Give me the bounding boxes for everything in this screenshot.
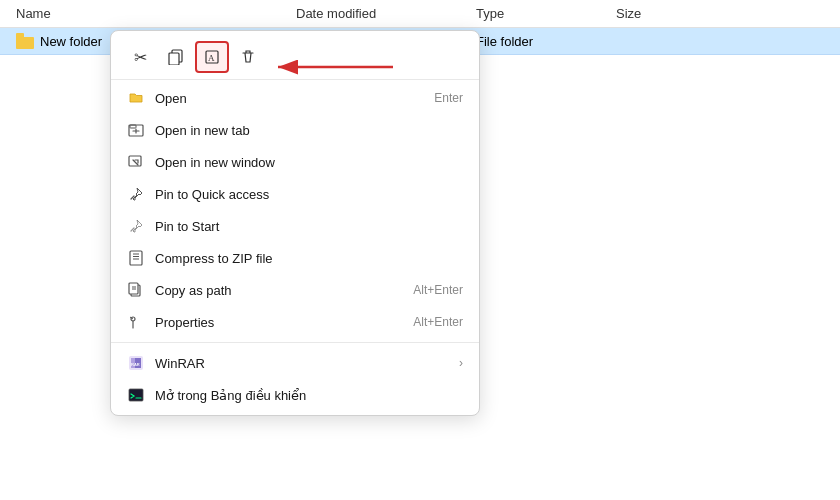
cm-label-terminal: Mở trong Bảng điều khiển [155,388,463,403]
svg-rect-1 [169,53,179,65]
file-name: New folder [40,34,102,49]
cm-item-copy-path[interactable]: Copy as path Alt+Enter [111,274,479,306]
context-menu: ✂ A [110,30,480,416]
cut-button[interactable]: ✂ [123,41,157,73]
cm-item-new-window[interactable]: Open in new window [111,146,479,178]
cm-item-winrar[interactable]: RAR WinRAR › [111,347,479,379]
cm-item-properties[interactable]: Properties Alt+Enter [111,306,479,338]
open-icon [127,89,145,107]
cm-item-pin-quick[interactable]: Pin to Quick access [111,178,479,210]
copy-path-icon [127,281,145,299]
cm-shortcut-properties: Alt+Enter [413,315,463,329]
cm-label-new-tab: Open in new tab [155,123,463,138]
col-header-date: Date modified [296,6,476,21]
cm-arrow-winrar: › [459,356,463,370]
table-header: Name Date modified Type Size [0,0,840,28]
cm-label-winrar: WinRAR [155,356,449,371]
pin-start-icon [127,217,145,235]
terminal-icon [127,386,145,404]
file-type: File folder [476,34,616,49]
new-window-icon [127,153,145,171]
properties-icon [127,313,145,331]
svg-text:RAR: RAR [131,362,140,367]
cm-shortcut-copy-path: Alt+Enter [413,283,463,297]
svg-rect-6 [129,156,141,166]
cm-item-open[interactable]: Open Enter [111,82,479,114]
cm-item-new-tab[interactable]: Open in new tab [111,114,479,146]
delete-button[interactable] [231,41,265,73]
cm-divider [111,342,479,343]
compress-icon [127,249,145,267]
folder-icon [16,33,34,49]
cm-item-pin-start[interactable]: Pin to Start [111,210,479,242]
pin-quick-icon [127,185,145,203]
rename-button[interactable]: A [195,41,229,73]
col-header-size: Size [616,6,716,21]
svg-rect-9 [130,251,142,265]
cm-label-pin-quick: Pin to Quick access [155,187,463,202]
cm-label-compress: Compress to ZIP file [155,251,463,266]
winrar-icon: RAR [127,354,145,372]
cm-label-copy-path: Copy as path [155,283,403,298]
cm-label-properties: Properties [155,315,403,330]
cm-item-compress[interactable]: Compress to ZIP file [111,242,479,274]
cm-shortcut-open: Enter [434,91,463,105]
copy-button[interactable] [159,41,193,73]
cm-label-new-window: Open in new window [155,155,463,170]
svg-text:A: A [208,53,215,63]
cm-label-pin-start: Pin to Start [155,219,463,234]
new-tab-icon [127,121,145,139]
cm-item-terminal[interactable]: Mở trong Bảng điều khiển [111,379,479,411]
cm-label-open: Open [155,91,424,106]
svg-rect-5 [130,125,136,128]
explorer-area: Name Date modified Type Size New folder … [0,0,840,500]
cm-toolbar: ✂ A [111,35,479,80]
col-header-name: Name [16,6,296,21]
svg-rect-24 [129,389,143,401]
col-header-type: Type [476,6,616,21]
